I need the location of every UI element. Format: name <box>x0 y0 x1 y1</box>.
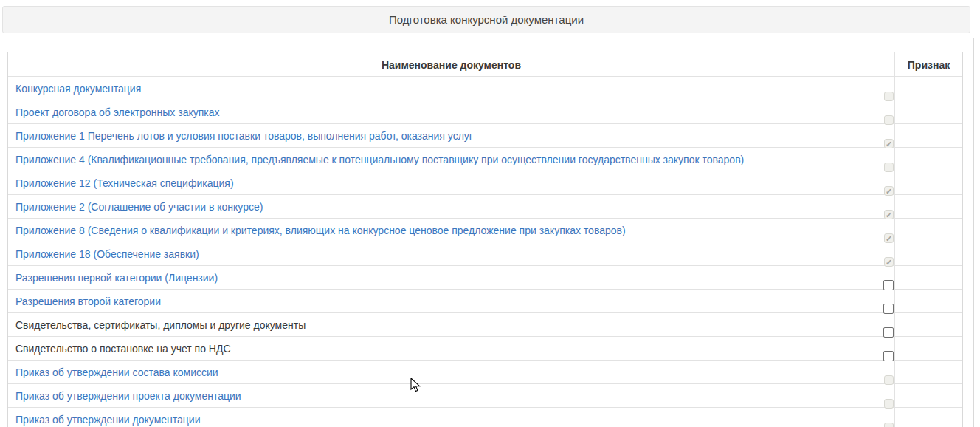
document-label: Свидетельства, сертификаты, дипломы и др… <box>15 319 306 331</box>
flag-cell <box>894 290 962 312</box>
flag-checkbox[interactable] <box>883 280 894 290</box>
check-icon: ✓ <box>885 211 893 219</box>
document-name-cell: Приложение 12 (Техническая спецификация) <box>8 171 894 194</box>
table-row: Приложение 18 (Обеспечение заявки)✓ <box>8 242 962 266</box>
table-header-row: Наименование документов Признак <box>8 52 962 77</box>
flag-checkbox[interactable] <box>883 351 894 361</box>
table-row: Приложение 8 (Сведения о квалификации и … <box>8 219 962 242</box>
table-row: Приказ об утверждении состава комиссии <box>8 361 962 384</box>
document-name-cell: Разрешения первой категории (Лицензии) <box>8 266 894 289</box>
flag-cell <box>894 77 962 100</box>
document-link[interactable]: Конкурсная документация <box>15 83 141 95</box>
column-header-name: Наименование документов <box>8 52 894 76</box>
table-row: Конкурсная документация <box>8 77 962 100</box>
document-link[interactable]: Разрешения второй категории <box>15 296 161 307</box>
document-name-cell: Разрешения второй категории <box>8 290 894 312</box>
table-row: Приложение 4 (Квалификационные требовани… <box>8 148 962 171</box>
flag-cell <box>894 171 962 194</box>
page-title: Подготовка конкурсной документации <box>3 7 970 33</box>
flag-cell <box>894 337 962 360</box>
table-row: Приложение 2 (Соглашение об участии в ко… <box>8 195 962 219</box>
flag-cell <box>894 408 962 427</box>
table-row: Приложение 12 (Техническая спецификация)… <box>8 171 962 195</box>
flag-checkbox <box>884 423 894 427</box>
flag-checkbox[interactable] <box>883 304 894 314</box>
flag-cell <box>894 266 962 289</box>
column-header-flag: Признак <box>894 52 962 76</box>
document-name-cell: Приложение 8 (Сведения о квалификации и … <box>8 219 894 242</box>
check-icon: ✓ <box>885 258 893 266</box>
table-row: Свидетельства, сертификаты, дипломы и др… <box>8 313 962 337</box>
document-name-cell: Приложение 18 (Обеспечение заявки) <box>8 242 894 265</box>
document-link[interactable]: Приложение 12 (Техническая спецификация) <box>15 177 234 189</box>
document-link[interactable]: Приказ об утверждении документации <box>15 414 201 426</box>
document-link[interactable]: Приказ об утверждении проекта документац… <box>15 390 241 402</box>
document-link[interactable]: Приложение 1 Перечень лотов и условия по… <box>15 130 473 142</box>
document-link[interactable]: Приложение 2 (Соглашение об участии в ко… <box>15 201 263 213</box>
document-name-cell: Конкурсная документация <box>8 77 894 100</box>
document-name-cell: Свидетельства, сертификаты, дипломы и др… <box>8 313 894 336</box>
document-link[interactable]: Приложение 4 (Квалификационные требовани… <box>15 154 744 165</box>
flag-cell <box>894 124 962 147</box>
flag-cell <box>894 242 962 265</box>
table-row: Проект договора об электронных закупках <box>8 100 962 124</box>
document-link[interactable]: Приложение 18 (Обеспечение заявки) <box>15 248 199 260</box>
document-link[interactable]: Приказ об утверждении состава комиссии <box>15 366 218 378</box>
table-row: Разрешения первой категории (Лицензии) <box>8 266 962 290</box>
document-name-cell: Приказ об утверждении проекта документац… <box>8 384 894 407</box>
document-link[interactable]: Разрешения первой категории (Лицензии) <box>15 272 218 284</box>
flag-cell <box>894 219 962 242</box>
flag-cell <box>894 195 962 218</box>
document-name-cell: Приказ об утверждении документации <box>8 408 894 427</box>
table-row: Приказ об утверждении проекта документац… <box>8 384 962 408</box>
flag-cell <box>894 313 962 336</box>
table-row: Свидетельство о постановке на учет по НД… <box>8 337 962 361</box>
document-name-cell: Приложение 2 (Соглашение об участии в ко… <box>8 195 894 218</box>
flag-cell <box>894 384 962 407</box>
document-name-cell: Свидетельство о постановке на учет по НД… <box>8 337 894 360</box>
document-name-cell: Приложение 1 Перечень лотов и условия по… <box>8 124 894 147</box>
document-name-cell: Приложение 4 (Квалификационные требовани… <box>8 148 894 171</box>
check-icon: ✓ <box>885 187 893 195</box>
table-body: Конкурсная документацияПроект договора о… <box>8 77 962 427</box>
page-header: Подготовка конкурсной документации <box>2 6 970 33</box>
table-row: Приложение 1 Перечень лотов и условия по… <box>8 124 962 148</box>
flag-cell <box>894 100 962 123</box>
table-row: Разрешения второй категории <box>8 290 962 313</box>
flag-checkbox[interactable] <box>883 327 894 338</box>
check-icon: ✓ <box>885 234 893 242</box>
table-row: Приказ об утверждении документации <box>8 408 962 427</box>
document-name-cell: Приказ об утверждении состава комиссии <box>8 361 894 383</box>
document-label: Свидетельство о постановке на учет по НД… <box>15 343 231 355</box>
check-icon: ✓ <box>885 140 893 148</box>
documents-table: Наименование документов Признак Конкурсн… <box>7 52 963 427</box>
content-panel-border <box>973 38 974 427</box>
document-link[interactable]: Проект договора об электронных закупках <box>15 106 220 118</box>
flag-cell <box>894 148 962 171</box>
document-link[interactable]: Приложение 8 (Сведения о квалификации и … <box>15 225 626 236</box>
document-name-cell: Проект договора об электронных закупках <box>8 100 894 123</box>
flag-cell <box>894 361 962 383</box>
